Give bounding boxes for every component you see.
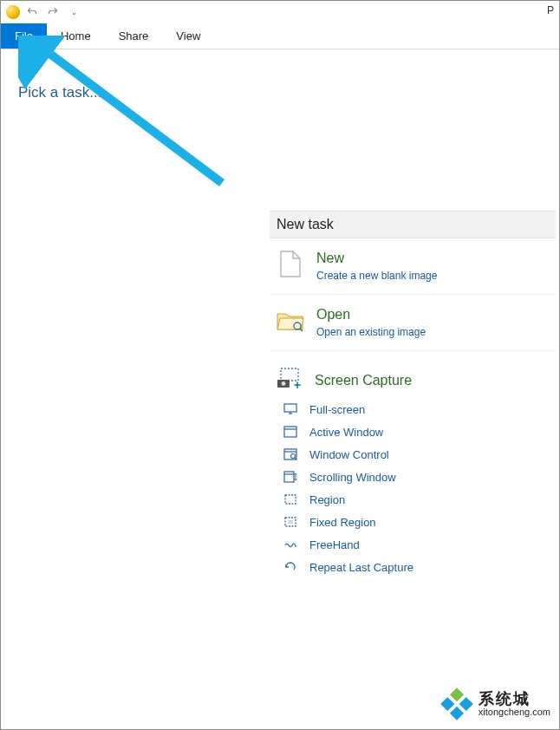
- tab-file[interactable]: File: [1, 23, 47, 49]
- svg-text:+: +: [294, 378, 301, 391]
- new-subtitle: Create a new blank image: [316, 270, 437, 282]
- redo-icon: [47, 6, 59, 18]
- capture-label: Scrolling Window: [309, 471, 396, 484]
- monitor-icon: [283, 402, 297, 416]
- svg-rect-21: [288, 520, 293, 524]
- svg-point-15: [291, 454, 296, 459]
- svg-rect-19: [285, 495, 296, 504]
- quick-access-toolbar: ⌄: [1, 1, 559, 23]
- screen-capture-list: Full-screen Active Window Window Control…: [270, 402, 556, 574]
- new-file-icon: [277, 251, 304, 278]
- pick-a-task-label: Pick a task...: [18, 84, 101, 101]
- capture-repeat-last[interactable]: Repeat Last Capture: [283, 560, 556, 574]
- svg-rect-8: [284, 404, 296, 412]
- capture-label: Active Window: [309, 426, 383, 439]
- window-control-icon: [283, 447, 297, 461]
- fixed-region-icon: [283, 515, 297, 529]
- ribbon-tabs: File Home Share View: [1, 23, 559, 49]
- capture-label: Fixed Region: [309, 516, 376, 529]
- open-task-item[interactable]: Open Open an existing image: [270, 295, 556, 351]
- scrolling-window-icon: [283, 470, 297, 484]
- capture-label: Window Control: [309, 448, 389, 461]
- capture-window-control[interactable]: Window Control: [283, 447, 556, 461]
- freehand-icon: [283, 538, 297, 551]
- new-title: New: [316, 251, 437, 266]
- capture-freehand[interactable]: FreeHand: [283, 538, 556, 551]
- tab-home[interactable]: Home: [47, 23, 105, 49]
- screen-capture-title: Screen Capture: [315, 373, 412, 388]
- capture-fixed-region[interactable]: Fixed Region: [283, 515, 556, 529]
- svg-point-6: [282, 381, 286, 386]
- new-task-item[interactable]: New Create a new blank image: [270, 238, 556, 295]
- svg-rect-11: [284, 427, 296, 437]
- app-icon: [6, 5, 20, 19]
- capture-label: Repeat Last Capture: [309, 561, 413, 574]
- panel-header: New task: [270, 211, 556, 238]
- new-task-panel: New task New Create a new blank image Op…: [270, 211, 556, 574]
- repeat-icon: [283, 560, 297, 574]
- watermark: 系统城 xitongcheng.com: [440, 688, 550, 720]
- folder-open-icon: [277, 307, 304, 335]
- region-icon: [283, 492, 297, 506]
- screen-capture-icon: +: [277, 367, 303, 394]
- capture-region[interactable]: Region: [283, 492, 556, 506]
- capture-label: Full-screen: [309, 403, 365, 416]
- watermark-url: xitongcheng.com: [479, 707, 550, 718]
- svg-rect-22: [450, 688, 464, 701]
- capture-full-screen[interactable]: Full-screen: [283, 402, 556, 416]
- svg-rect-17: [284, 472, 294, 482]
- svg-rect-25: [450, 707, 464, 720]
- titlebar-truncated-text: P: [547, 4, 554, 16]
- redo-button[interactable]: [44, 3, 62, 21]
- open-title: Open: [316, 307, 426, 323]
- open-subtitle: Open an existing image: [316, 326, 426, 338]
- svg-rect-23: [459, 697, 473, 711]
- svg-line-1: [37, 44, 222, 183]
- undo-icon: [26, 6, 38, 18]
- capture-label: FreeHand: [309, 538, 360, 551]
- undo-button[interactable]: [23, 3, 41, 21]
- tab-view[interactable]: View: [162, 23, 214, 49]
- capture-scrolling-window[interactable]: Scrolling Window: [283, 470, 556, 484]
- watermark-logo-icon: [440, 688, 473, 720]
- watermark-cn: 系统城: [479, 691, 550, 707]
- window-icon: [283, 425, 297, 439]
- annotation-arrow: [18, 36, 244, 200]
- tab-share[interactable]: Share: [105, 23, 163, 49]
- capture-active-window[interactable]: Active Window: [283, 425, 556, 439]
- screen-capture-header: + Screen Capture: [270, 351, 556, 402]
- svg-rect-24: [440, 697, 454, 711]
- capture-label: Region: [309, 493, 345, 506]
- qat-customize-dropdown[interactable]: ⌄: [65, 3, 82, 21]
- chevron-down-icon: ⌄: [71, 9, 77, 16]
